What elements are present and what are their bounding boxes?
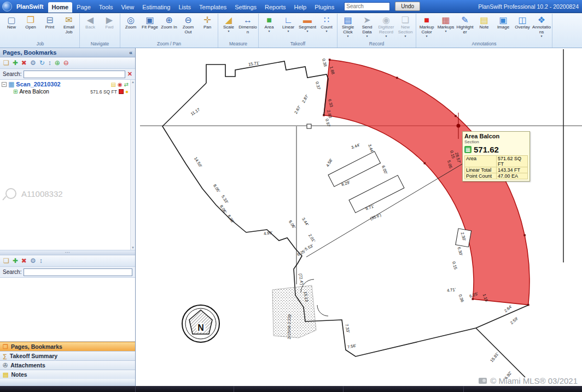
takeoff-item-label: Area Balcon: [19, 89, 49, 95]
markups-button[interactable]: ▦Markups▾: [436, 14, 455, 33]
segment-button[interactable]: ▬Segment▾: [298, 14, 317, 33]
chevron-down-icon: ▾: [366, 35, 368, 38]
tab-templates[interactable]: Templates: [195, 2, 230, 13]
new-folder-icon[interactable]: ❏: [3, 60, 9, 66]
tooltip-row-value: 143.34 FT: [497, 167, 527, 173]
zoom-in-button[interactable]: ⊕Zoom In: [160, 14, 178, 30]
zoom-button[interactable]: ◎Zoom: [121, 14, 140, 30]
linear-icon: ∟: [284, 15, 293, 25]
markup-color-button[interactable]: ■Markup Color▾: [417, 14, 436, 38]
new-section-icon: ❏: [401, 15, 409, 25]
tree-row-area-balcon[interactable]: ⊞ Area Balcon 571.6 SQ FT ●: [0, 88, 135, 95]
exterior-wall: [476, 328, 525, 377]
delete-icon[interactable]: ✖: [21, 258, 27, 264]
accordion-attachments[interactable]: ✇Attachments: [0, 360, 135, 370]
open-button[interactable]: ❐Open: [21, 14, 40, 30]
notes-icon: ▤: [3, 371, 8, 378]
send-data-button[interactable]: ➤Send Data▾: [358, 14, 376, 38]
tab-reports[interactable]: Reports: [261, 2, 290, 13]
fwd-button: ▶Fwd: [100, 14, 119, 30]
ribbon-group: ◀Back▶FwdNavigate: [80, 14, 120, 48]
pan-button[interactable]: ✛Pan: [198, 14, 217, 30]
new-button[interactable]: ▢New: [2, 14, 21, 30]
accordion-takeoff-summary[interactable]: ∑Takeoff Summary: [0, 351, 135, 360]
delete-icon[interactable]: ✖: [21, 60, 27, 66]
collapse-expander-icon[interactable]: −: [2, 82, 7, 87]
image-button[interactable]: ▣Image: [494, 14, 513, 30]
scroll-down-icon[interactable]: ▼: [131, 246, 135, 249]
tab-estimating[interactable]: Estimating: [138, 2, 174, 13]
tree-row-scan[interactable]: − ▦ Scan_20210302 ▤◉⇄: [0, 80, 135, 88]
tab-view[interactable]: View: [117, 2, 138, 13]
single-click-button[interactable]: ▤Single Click▾: [339, 14, 357, 38]
sheet-icon[interactable]: ▤: [110, 81, 115, 87]
fit-page-button[interactable]: ▣Fit Page: [141, 14, 159, 30]
bookmarks-search-input[interactable]: [24, 268, 132, 276]
gear-icon[interactable]: ⚙: [30, 258, 36, 264]
gear-icon[interactable]: ⚙: [30, 60, 36, 66]
pages-search-row: Search: ✕: [0, 69, 135, 80]
tab-page[interactable]: Page: [73, 2, 95, 13]
new-folder-icon[interactable]: ❏: [3, 258, 9, 264]
refresh-icon[interactable]: ↻: [39, 60, 45, 66]
pages-search-input[interactable]: [24, 71, 125, 78]
sort-icon[interactable]: ↕: [39, 258, 43, 264]
new-section-label: New Section: [396, 25, 415, 35]
ribbon-group-label: Navigate: [81, 40, 119, 48]
annotations-button[interactable]: ❖Annotations▾: [532, 14, 551, 38]
sort-icon[interactable]: ↕: [48, 60, 51, 66]
linear-button[interactable]: ∟Linear▾: [279, 14, 298, 33]
count-icon: ∷: [324, 15, 329, 25]
balcony-notch: [456, 229, 472, 247]
cursor-point: [457, 124, 461, 128]
sync-icon[interactable]: ⇄: [124, 81, 129, 87]
plan-canvas[interactable]: N 15.71'0.380.371.886.332.830.972.87'2.6…: [136, 48, 582, 386]
lightbulb-icon[interactable]: ●: [125, 89, 129, 95]
tab-plugins[interactable]: Plugins: [311, 2, 338, 13]
clear-search-icon[interactable]: ✕: [127, 71, 132, 78]
note-button[interactable]: ▤Note: [475, 14, 493, 30]
titlebar-search-input[interactable]: [344, 2, 390, 11]
pan-icon: ✛: [203, 15, 211, 25]
email-job-button[interactable]: ✉Email Job: [60, 14, 78, 35]
north-compass-icon: N: [182, 305, 219, 342]
new-section-button: ❏New Section▾: [396, 14, 415, 38]
add-circle-icon[interactable]: ⊕: [55, 60, 60, 66]
undo-button[interactable]: Undo: [395, 2, 420, 11]
dimension-button[interactable]: ↔Dimension: [238, 14, 257, 35]
scroll-up-icon[interactable]: ▲: [131, 80, 135, 84]
scale-button[interactable]: ◢Scale▾: [219, 14, 238, 33]
markup-color-label: Markup Color: [417, 25, 436, 35]
new-icon: ▢: [7, 15, 15, 25]
count-button[interactable]: ∷Count▾: [317, 14, 336, 33]
area-balcon-region[interactable]: [324, 60, 529, 305]
area-button[interactable]: ■Area▾: [260, 14, 278, 33]
menu-tab-strip: HomePageToolsViewEstimatingListsTemplate…: [48, 2, 339, 13]
panel-splitter[interactable]: ⋯: [0, 250, 135, 255]
highlighter-button[interactable]: ✎Highlighter: [456, 14, 474, 35]
print-button[interactable]: ⊟Print: [40, 14, 59, 30]
tab-home[interactable]: Home: [48, 2, 73, 13]
zoom-out-button[interactable]: ⊖Zoom Out: [179, 14, 197, 35]
record-icon[interactable]: ◉: [118, 81, 123, 87]
mls-watermark: © Miami MLS® 03/2021: [479, 376, 578, 385]
remove-circle-icon[interactable]: ⊖: [63, 60, 69, 66]
tab-lists[interactable]: Lists: [174, 2, 195, 13]
accordion-pages-bookmarks[interactable]: ❐Pages, Bookmarks: [0, 342, 135, 351]
overlay-button[interactable]: ◫Overlay: [513, 14, 532, 30]
tab-tools[interactable]: Tools: [95, 2, 117, 13]
tree-scrollbar[interactable]: ▲ ▼: [130, 80, 135, 250]
zoom-out-label: Zoom Out: [179, 25, 197, 35]
tab-help[interactable]: Help: [290, 2, 311, 13]
app-menu-planswift[interactable]: PlanSwift: [14, 3, 46, 10]
digitizer-record-label: Digitizer Record: [377, 25, 395, 35]
print-icon: ⊟: [46, 15, 53, 25]
add-icon[interactable]: ✚: [13, 60, 18, 66]
accordion-label: Pages, Bookmarks: [11, 343, 62, 350]
add-icon[interactable]: ✚: [13, 258, 18, 264]
tab-settings[interactable]: Settings: [231, 2, 260, 13]
accordion-notes[interactable]: ▤Notes: [0, 370, 135, 379]
takeoff-tooltip: Area Balcon Section ▦ 571.62 Area 571.62…: [462, 131, 530, 182]
collapse-panel-icon[interactable]: «: [129, 49, 132, 56]
takeoff-color-swatch[interactable]: [119, 89, 124, 94]
